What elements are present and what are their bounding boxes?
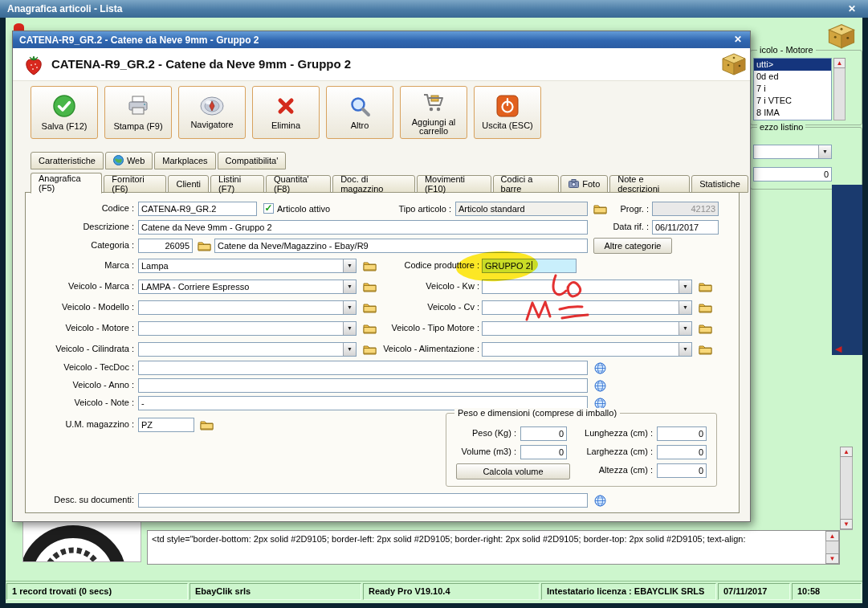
tab-movimenti[interactable]: Movimenti (F10) [417,175,491,193]
larghezza-field[interactable]: 0 [657,445,707,459]
tab-web[interactable]: Web [105,152,153,169]
chevron-down-icon[interactable]: ▼ [343,322,356,335]
um-magazzino-field[interactable]: PZ [138,418,194,432]
chevron-down-icon[interactable]: ▼ [343,280,356,293]
altezza-field[interactable]: 0 [657,463,707,478]
list-item[interactable]: 7 i [754,83,831,95]
list-item[interactable]: 7 i VTEC [754,95,831,107]
folder-icon[interactable] [196,239,212,253]
exit-button[interactable]: Uscita (ESC) [474,86,541,139]
tab-fornitori[interactable]: Fornitori (F6) [104,175,166,193]
tab-clienti[interactable]: Clienti [168,175,209,193]
scroll-left-icon[interactable]: ◀ [835,344,842,354]
volume-field[interactable]: 0 [520,445,567,459]
background-listino-value-field[interactable]: 0 [753,167,832,182]
folder-icon[interactable] [198,418,214,432]
list-item[interactable]: 0d ed [754,71,831,83]
folder-icon[interactable] [697,342,713,357]
desc-documenti-field[interactable] [138,493,588,508]
veicolo-marca-label: Veicolo - Marca : [34,281,134,291]
categoria-path-field[interactable]: Catene da Neve/Magazzino - Ebay/R9 [214,239,588,253]
lunghezza-label: Lunghezza (cm) : [568,428,653,438]
other-button[interactable]: Altro [326,86,393,139]
veicolo-tipo-motore-combobox[interactable]: ▼ [482,321,692,336]
tab-codici-a-barre[interactable]: Codici a barre [493,175,560,193]
scroll-up-icon[interactable]: ▲ [833,58,846,68]
veicolo-modello-label: Veicolo - Modello : [34,302,134,312]
marca-value: Lampa [141,261,169,271]
lunghezza-field[interactable]: 0 [657,426,707,441]
veicolo-motore-combobox[interactable]: ▼ [138,321,357,336]
folder-icon[interactable] [361,259,377,273]
tipo-articolo-label: Tipo articolo : [371,204,451,214]
articolo-attivo-checkbox[interactable]: ✓ [263,203,274,214]
chevron-down-icon[interactable]: ▼ [679,343,691,356]
scroll-down-icon[interactable]: ▼ [840,519,853,529]
veicolo-kw-combobox[interactable]: ▼ [482,280,692,294]
veicolo-alimentazione-combobox[interactable]: ▼ [482,342,692,357]
tab-markplaces[interactable]: Markplaces [154,152,215,169]
marca-combobox[interactable]: Lampa ▼ [138,259,357,273]
veicolo-anno-field[interactable] [138,378,588,393]
add-to-cart-button[interactable]: Aggiungi al carrello [400,86,467,139]
chevron-down-icon[interactable]: ▼ [343,301,356,314]
veicolo-cv-combobox[interactable]: ▼ [482,300,692,315]
peso-field[interactable]: 0 [520,426,567,441]
tab-statistiche[interactable]: Statistiche [691,175,748,193]
veicolo-anno-label: Veicolo - Anno : [34,380,134,390]
veicolo-cilindrata-combobox[interactable]: ▼ [138,342,357,357]
globe-icon[interactable] [592,361,608,375]
folder-icon[interactable] [361,280,377,294]
tab-foto[interactable]: Foto [560,175,608,193]
scroll-up-icon[interactable]: ▲ [825,531,839,541]
background-lower-scrollbar[interactable] [840,447,853,530]
folder-icon[interactable] [697,280,713,294]
scroll-down-icon[interactable]: ▼ [825,553,839,564]
tab-compatibilita[interactable]: Compatibilita' [218,152,287,169]
categoria-code-field[interactable]: 26095 [138,239,193,253]
list-item[interactable]: 8 IMA [754,107,831,119]
list-item[interactable]: utti> [754,59,831,71]
print-button[interactable]: Stampa (F9) [104,86,172,139]
data-rif-field[interactable]: 06/11/2017 [652,220,719,235]
save-button[interactable]: Salva (F12) [31,86,98,139]
chevron-down-icon[interactable]: ▼ [679,322,691,335]
background-listino-combobox[interactable]: ▼ [753,145,832,159]
chevron-down-icon[interactable]: ▼ [679,301,691,314]
tab-doc-magazzino[interactable]: Doc. di magazzino [332,175,415,193]
folder-icon[interactable] [697,300,713,315]
codice-field[interactable]: CATENA-R9_GR.2 [138,202,257,216]
dialog-close-icon[interactable]: ✕ [731,33,745,46]
veicolo-tecdoc-field[interactable] [138,361,588,375]
delete-button-label: Elimina [271,121,300,130]
tipo-articolo-field[interactable]: Articolo standard [455,202,588,216]
veicolo-modello-combobox[interactable]: ▼ [138,300,357,315]
veicolo-cv-label: Veicolo - Cv : [379,302,479,312]
chevron-down-icon[interactable]: ▼ [679,280,691,293]
chevron-down-icon[interactable]: ▼ [343,343,356,356]
chevron-down-icon[interactable]: ▼ [818,145,831,158]
globe-icon[interactable] [592,378,608,393]
globe-icon[interactable] [592,493,608,508]
veicolo-marca-combobox[interactable]: LAMPA - Corriere Espresso ▼ [138,280,357,294]
tab-anagrafica[interactable]: Anagrafica (F5) [31,173,102,194]
delete-button[interactable]: Elimina [252,86,320,139]
tab-listini[interactable]: Listini (F7) [210,175,264,193]
navigator-button[interactable]: Navigatore [178,86,246,139]
folder-icon[interactable] [697,321,713,336]
descrizione-field[interactable]: Catene da Neve 9mm - Gruppo 2 [138,220,588,235]
tab-note-descrizioni[interactable]: Note e descrizioni [609,175,690,193]
scroll-up-icon[interactable]: ▲ [840,447,853,457]
main-window-close-icon[interactable]: ✕ [845,2,859,15]
background-motore-listbox[interactable]: utti> 0d ed 7 i 7 i VTEC 8 IMA [753,58,832,120]
folder-icon[interactable] [361,300,377,315]
calcola-volume-button[interactable]: Calcola volume [456,463,570,479]
altre-categorie-button[interactable]: Altre categorie [593,238,672,254]
html-code-panel[interactable]: <td style="border-bottom: 2px solid #2D9… [147,530,840,565]
tab-quantita[interactable]: Quantita' (F8) [266,175,331,193]
folder-icon[interactable] [592,202,608,216]
folder-icon[interactable] [361,321,377,336]
codice-produttore-field[interactable]: GRUPPO 2 [482,259,577,273]
tab-caratteristiche[interactable]: Caratteristiche [31,152,104,169]
chevron-down-icon[interactable]: ▼ [343,259,356,272]
